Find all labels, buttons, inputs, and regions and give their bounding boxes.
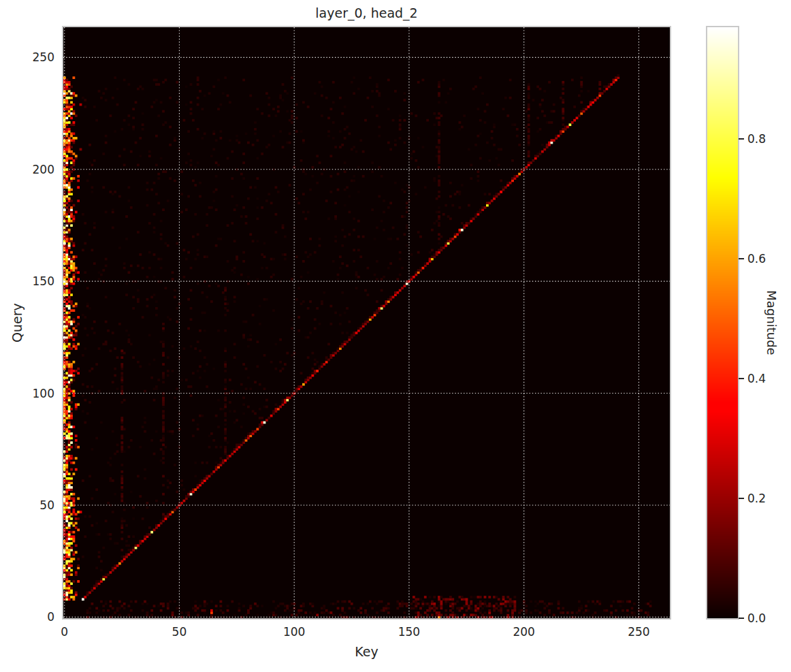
plot-title: layer_0, head_2 xyxy=(63,5,670,20)
colorbar-tick-mark xyxy=(739,378,744,379)
x-axis-label: Key xyxy=(63,644,670,659)
colorbar-tick-label: 0.2 xyxy=(747,492,766,505)
colorbar-tick-label: 0.6 xyxy=(747,252,766,266)
y-tick-label: 200 xyxy=(0,163,54,176)
attention-heatmap-figure: layer_0, head_2 Key Query Magnitude 0501… xyxy=(0,0,791,672)
colorbar-tick-label: 0.4 xyxy=(747,372,766,385)
y-tick-label: 100 xyxy=(0,387,54,400)
colorbar-tick-mark xyxy=(739,138,744,140)
heatmap-canvas xyxy=(63,27,670,618)
x-tick-label: 200 xyxy=(513,625,534,639)
colorbar-tick-label: 0.0 xyxy=(747,611,766,625)
colorbar-tick-label: 0.8 xyxy=(747,132,766,146)
colorbar-tick-mark xyxy=(739,258,744,259)
y-tick-label: 50 xyxy=(0,498,54,512)
colorbar-canvas xyxy=(707,27,738,618)
colorbar-tick-mark xyxy=(739,498,744,499)
y-tick-label: 250 xyxy=(0,50,54,64)
colorbar-label: Magnitude xyxy=(764,290,779,355)
colorbar-tick-mark xyxy=(739,618,744,619)
x-tick-label: 50 xyxy=(172,625,187,639)
y-axis-label: Query xyxy=(10,303,25,342)
x-tick-label: 150 xyxy=(398,625,420,639)
x-tick-label: 0 xyxy=(61,625,68,639)
y-tick-label: 150 xyxy=(0,274,54,288)
y-tick-label: 0 xyxy=(0,610,54,624)
x-tick-label: 250 xyxy=(628,625,649,639)
x-tick-label: 100 xyxy=(283,625,305,639)
